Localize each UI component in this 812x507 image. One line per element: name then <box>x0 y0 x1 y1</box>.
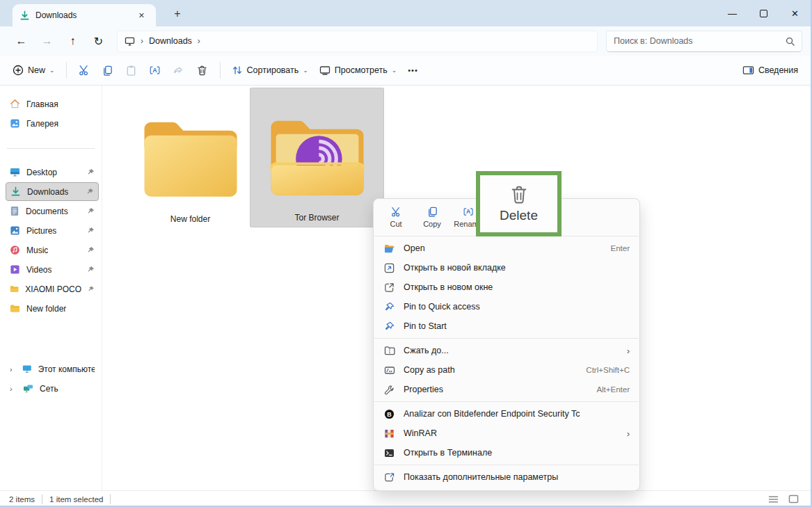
menu-shortcut: Enter <box>611 244 630 252</box>
sidebar-item-desktop[interactable]: Desktop <box>6 163 99 182</box>
chevron-right-icon[interactable]: › <box>10 385 17 393</box>
close-button[interactable]: ✕ <box>779 0 811 26</box>
menu-item-label: Properties <box>404 385 588 394</box>
view-icon <box>319 65 331 75</box>
menu-item-show-more-options[interactable]: Показать дополнительные параметры <box>374 467 639 487</box>
rename-button[interactable]: A <box>143 59 167 81</box>
pin-icon <box>87 207 95 215</box>
navigation-pane: Главная Галерея Desktop <box>0 86 102 490</box>
copy-button[interactable] <box>96 59 120 81</box>
menu-item-open-terminal[interactable]: Открыть в Терминале <box>374 443 639 462</box>
tab-close-icon[interactable]: ✕ <box>134 10 149 22</box>
desktop-icon <box>10 168 20 177</box>
list-view-icon[interactable] <box>768 495 779 504</box>
new-button[interactable]: New ⌄ <box>7 61 61 80</box>
submenu-chevron-icon: › <box>627 428 630 439</box>
sidebar-item-network[interactable]: › Сеть <box>6 379 99 398</box>
sidebar-item-videos[interactable]: Videos <box>6 260 99 279</box>
chevron-down-icon: ⌄ <box>303 67 308 74</box>
sidebar-label: Галерея <box>26 119 58 129</box>
sidebar-item-this-pc[interactable]: › Этот компьютер <box>6 360 99 378</box>
trash-icon <box>509 184 530 205</box>
menu-item-open[interactable]: Open Enter <box>374 239 639 258</box>
menu-item-label: Pin to Start <box>404 321 621 331</box>
file-tile-new-folder[interactable]: New folder <box>123 88 257 228</box>
view-button[interactable]: Просмотреть ⌄ <box>314 61 402 79</box>
selected-count: 1 item selected <box>49 495 103 504</box>
pin-icon <box>384 302 395 312</box>
menu-item-compress[interactable]: Сжать до... › <box>374 341 639 360</box>
search-box[interactable] <box>606 31 802 52</box>
menu-shortcut: Alt+Enter <box>596 385 630 394</box>
details-pane-button[interactable]: Сведения <box>737 61 804 79</box>
sidebar-item-pictures[interactable]: Pictures <box>6 221 99 240</box>
maximize-icon <box>760 10 767 17</box>
breadcrumb-folder[interactable]: Downloads <box>149 36 192 46</box>
menu-item-properties[interactable]: Properties Alt+Enter <box>374 380 639 399</box>
home-icon <box>10 99 20 109</box>
file-name[interactable]: Tor Browser <box>294 213 339 223</box>
up-button[interactable]: ↑ <box>60 30 86 52</box>
breadcrumb-separator[interactable]: › <box>198 36 200 46</box>
open-folder-icon <box>384 244 395 253</box>
sidebar-item-new-folder[interactable]: New folder <box>6 299 99 318</box>
sidebar-label: New folder <box>26 304 66 314</box>
share-button <box>167 59 191 81</box>
cut-action[interactable]: Cut <box>378 204 414 230</box>
pin-icon <box>87 227 95 234</box>
sidebar-item-xiaomi[interactable]: XIAOMI POCO F <box>6 280 99 298</box>
download-icon <box>19 10 30 21</box>
sidebar-item-gallery[interactable]: Галерея <box>6 114 99 133</box>
context-menu: Cut Copy A Rename <box>373 198 640 491</box>
toolbar-divider <box>220 62 221 79</box>
chevron-right-icon[interactable]: › <box>10 365 16 373</box>
file-name[interactable]: New folder <box>170 214 210 224</box>
sidebar-divider <box>7 148 95 149</box>
new-tab-button[interactable]: + <box>169 8 186 20</box>
menu-item-open-new-window[interactable]: Открыть в новом окне <box>374 277 639 297</box>
breadcrumb[interactable]: › Downloads › <box>117 31 598 52</box>
sidebar-item-documents[interactable]: Documents <box>6 202 99 220</box>
sidebar-label: Этот компьютер <box>38 364 95 374</box>
menu-item-label: Pin to Quick access <box>404 302 621 312</box>
share-icon <box>173 65 184 77</box>
menu-item-label: Открыть в новом окне <box>404 282 621 292</box>
sort-button[interactable]: Сортировать ⌄ <box>226 61 314 80</box>
winrar-icon <box>384 428 395 439</box>
menu-item-label: Открыть в новой вкладке <box>404 263 621 273</box>
back-button[interactable]: ← <box>8 30 34 52</box>
this-pc-icon <box>22 364 32 373</box>
ellipsis-icon: ••• <box>408 66 418 74</box>
delete-label: Delete <box>500 208 538 223</box>
menu-item-label: Открыть в Терминале <box>404 448 621 458</box>
menu-item-pin-start[interactable]: Pin to Start <box>374 316 639 336</box>
file-tile-tor-browser[interactable]: Tor Browser <box>250 88 384 227</box>
tab-downloads[interactable]: Downloads ✕ <box>13 4 156 26</box>
copy-action[interactable]: Copy <box>414 204 450 230</box>
minimize-button[interactable]: — <box>717 0 748 26</box>
search-input[interactable] <box>614 36 786 46</box>
refresh-button[interactable]: ↻ <box>86 30 111 52</box>
menu-item-copy-as-path[interactable]: Copy as path Ctrl+Shift+C <box>374 360 639 380</box>
maximize-button[interactable] <box>748 0 779 26</box>
delete-highlight-callout[interactable]: Delete <box>476 171 562 236</box>
status-bar: 2 items 1 item selected <box>0 490 811 507</box>
menu-item-open-new-tab[interactable]: Открыть в новой вкладке <box>374 258 639 277</box>
sidebar-item-home[interactable]: Главная <box>6 95 99 113</box>
more-options-button[interactable]: ••• <box>402 62 424 79</box>
sidebar-item-downloads[interactable]: Downloads <box>6 182 99 201</box>
svg-text:A: A <box>152 67 157 74</box>
sidebar-item-music[interactable]: Music <box>6 241 99 259</box>
cut-button[interactable] <box>72 59 96 81</box>
menu-item-pin-quick-access[interactable]: Pin to Quick access <box>374 297 639 316</box>
cut-icon <box>78 64 90 77</box>
menu-item-label: Сжать до... <box>404 346 619 355</box>
chevron-down-icon: ⌄ <box>49 67 55 74</box>
menu-item-winrar[interactable]: WinRAR › <box>374 424 639 443</box>
large-icons-view-icon[interactable] <box>788 494 799 504</box>
pin-icon <box>87 246 95 254</box>
menu-item-bitdefender[interactable]: B Analizar con Bitdefender Endpoint Secu… <box>374 404 639 424</box>
trash-icon <box>196 65 208 77</box>
delete-button[interactable] <box>191 59 214 81</box>
status-divider <box>110 494 111 504</box>
